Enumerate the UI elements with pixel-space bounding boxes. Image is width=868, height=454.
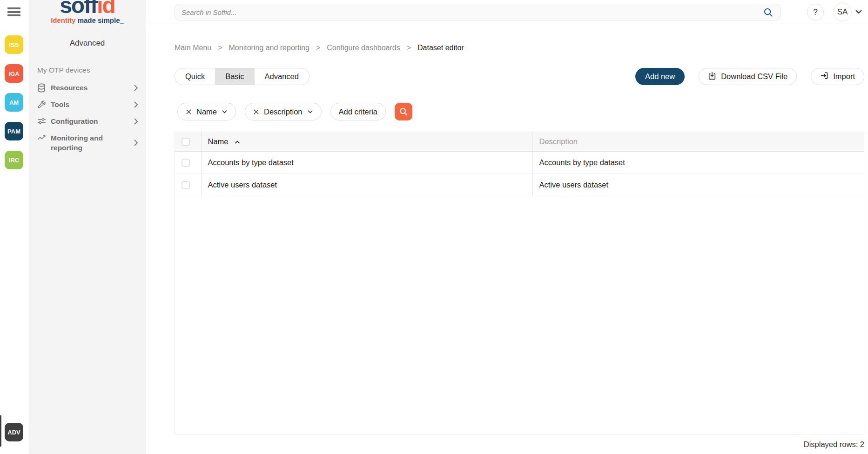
filter-chip-description[interactable]: Description (245, 103, 322, 120)
sidebar-item-monitoring-and-reporting[interactable]: Monitoring and reporting (29, 133, 146, 153)
sidebar-item-resources[interactable]: Resources (29, 83, 146, 93)
filter-chip-label: Description (264, 107, 303, 116)
app-window: ISS IGA AM PAM IRC ADV soffid Identity m… (0, 0, 868, 454)
soffid-logo: soffid Identity made simple_ (29, 0, 146, 24)
column-header-name[interactable]: Name (201, 132, 532, 152)
chevron-down-icon[interactable] (855, 9, 862, 14)
download-csv-button[interactable]: Download CSV File (699, 68, 797, 85)
sidebar-item-my-otp-devices[interactable]: My OTP devices (29, 65, 146, 75)
logo-wordmark: soffid (29, 0, 146, 18)
sidebar-item-label: Configuration (51, 116, 134, 126)
search-icon (399, 107, 408, 116)
table-row[interactable]: Active users dataset Active users datase… (175, 174, 864, 196)
database-icon (37, 83, 47, 93)
cell-description[interactable]: Accounts by type dataset (532, 152, 864, 174)
wrench-icon (37, 100, 47, 109)
breadcrumb-monitoring-and-reporting[interactable]: Monitoring and reporting (229, 44, 310, 52)
row-checkbox[interactable] (182, 159, 190, 167)
breadcrumb-configure-dashboards[interactable]: Configure dashboards (327, 44, 400, 52)
sidebar-item-tools[interactable]: Tools (29, 100, 146, 109)
module-badge-irc[interactable]: IRC (5, 151, 23, 169)
chevron-right-icon (134, 101, 140, 108)
datasets-table: Name Description Accounts by type datase… (175, 132, 864, 434)
displayed-rows-count: Displayed rows: 2 (804, 440, 864, 449)
help-button[interactable]: ? (807, 4, 824, 20)
remove-filter-icon[interactable] (253, 109, 259, 115)
breadcrumb-current-page: Dataset editor (417, 44, 464, 52)
breadcrumb-main-menu[interactable]: Main Menu (175, 44, 211, 52)
breadcrumb: Main Menu > Monitoring and reporting > C… (175, 44, 464, 52)
breadcrumb-separator: > (218, 44, 222, 52)
tab-quick[interactable]: Quick (175, 68, 215, 85)
cell-name[interactable]: Active users dataset (201, 174, 532, 196)
apply-search-button[interactable] (395, 103, 412, 120)
module-rail: ISS IGA AM PAM IRC ADV (0, 0, 29, 454)
chevron-right-icon (134, 118, 140, 125)
sidebar-item-label: Monitoring and reporting (51, 133, 134, 153)
search-icon[interactable] (763, 7, 774, 17)
select-all-checkbox[interactable] (182, 138, 190, 146)
sidebar-item-label: Resources (51, 83, 134, 93)
filter-chip-name[interactable]: Name (177, 103, 236, 120)
breadcrumb-separator: > (407, 44, 411, 52)
search-input[interactable] (182, 8, 763, 16)
action-buttons: Add new Download CSV File Import (635, 68, 864, 85)
global-search-bar (175, 4, 781, 20)
cell-name[interactable]: Accounts by type dataset (201, 152, 532, 174)
download-csv-label: Download CSV File (721, 72, 787, 81)
user-avatar[interactable]: SA (833, 3, 852, 21)
table-header-row: Name Description (175, 132, 864, 152)
select-all-cell (175, 132, 201, 152)
filters-row: Name Description Add criteria (177, 103, 412, 120)
main-content: ? SA Main Menu > Monitoring and reportin… (146, 0, 868, 454)
import-button[interactable]: Import (811, 68, 864, 85)
table-row[interactable]: Accounts by type dataset Accounts by typ… (175, 152, 864, 174)
module-badge-adv[interactable]: ADV (5, 423, 23, 441)
add-criteria-button[interactable]: Add criteria (330, 103, 386, 120)
sidebar: soffid Identity made simple_ Advanced My… (29, 0, 146, 454)
chevron-right-icon (134, 139, 140, 147)
row-select-cell (175, 152, 201, 174)
row-checkbox[interactable] (182, 181, 190, 189)
trend-line-icon (37, 133, 47, 143)
sidebar-item-configuration[interactable]: Configuration (29, 116, 146, 126)
import-icon (820, 71, 828, 82)
sliders-icon (37, 116, 47, 126)
sort-asc-icon (234, 140, 241, 144)
module-badge-iga[interactable]: IGA (5, 64, 23, 83)
sidebar-item-label: My OTP devices (37, 65, 140, 75)
logo-tagline: Identity made simple_ (29, 16, 146, 24)
tab-advanced[interactable]: Advanced (255, 68, 309, 85)
chevron-down-icon (307, 110, 313, 114)
view-mode-tabs: Quick Basic Advanced (175, 68, 310, 85)
sidebar-nav: My OTP devices Resources Tools (29, 65, 146, 160)
module-badge-iss[interactable]: ISS (5, 35, 23, 54)
download-icon (708, 71, 716, 82)
module-badge-am[interactable]: AM (5, 93, 23, 112)
filter-chip-label: Name (196, 107, 217, 116)
rail-scrollbar[interactable] (0, 415, 1, 447)
top-bar: ? SA (146, 0, 868, 24)
tab-basic[interactable]: Basic (215, 68, 254, 85)
edition-title: Advanced (29, 39, 146, 48)
module-badge-list: ISS IGA AM PAM IRC (5, 35, 23, 169)
module-badge-pam[interactable]: PAM (5, 122, 23, 140)
breadcrumb-separator: > (316, 44, 320, 52)
add-new-button[interactable]: Add new (635, 68, 685, 85)
toolbar-row: Quick Basic Advanced Add new Download CS… (175, 68, 864, 85)
remove-filter-icon[interactable] (186, 109, 192, 115)
import-label: Import (833, 72, 855, 81)
hamburger-menu-icon[interactable] (7, 7, 20, 18)
row-select-cell (175, 174, 201, 196)
cell-description[interactable]: Active users dataset (532, 174, 864, 196)
sidebar-item-label: Tools (51, 100, 134, 109)
column-header-description[interactable]: Description (532, 132, 864, 152)
chevron-right-icon (134, 84, 140, 92)
chevron-down-icon (222, 110, 228, 114)
